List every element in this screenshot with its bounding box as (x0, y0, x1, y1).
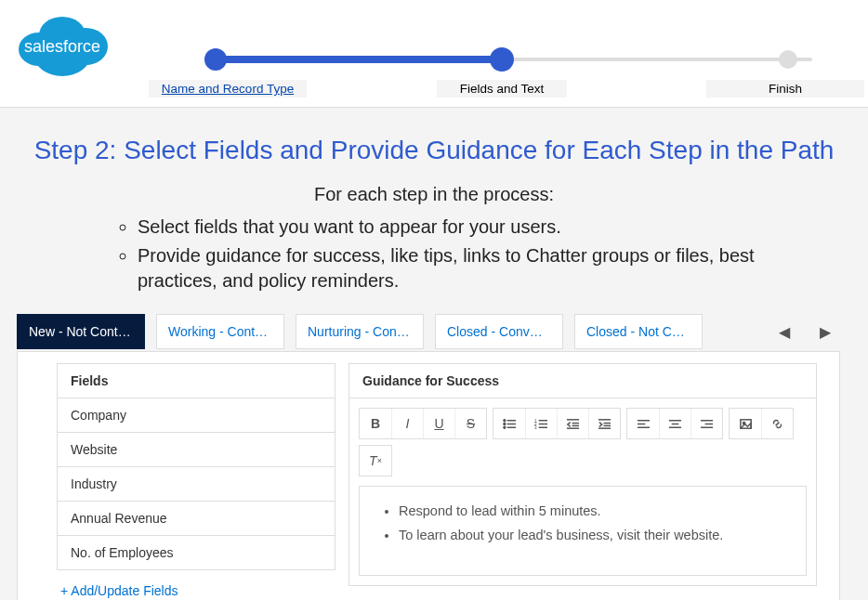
align-right-icon[interactable] (690, 409, 722, 438)
editor-toolbar: B I U S 123 (359, 408, 807, 476)
step-label-2: Fields and Text (437, 80, 567, 98)
step-label-1[interactable]: Name and Record Type (149, 80, 307, 98)
italic-icon[interactable]: I (391, 409, 423, 438)
guidance-header: Guidance for Success (349, 363, 817, 398)
image-icon[interactable] (730, 409, 761, 438)
tabs-prev-icon[interactable]: ◀ (769, 318, 799, 346)
field-item-website[interactable]: Website (57, 433, 335, 467)
list-ul-icon[interactable] (493, 409, 525, 438)
progress-dot-step3 (779, 50, 797, 69)
tabs-next-icon[interactable]: ▶ (810, 318, 840, 346)
strikethrough-icon[interactable]: S (454, 409, 486, 438)
bold-icon[interactable]: B (360, 409, 391, 438)
progress-dot-step1 (204, 48, 227, 71)
instruction-item: Provide guidance for success, like tips,… (138, 243, 823, 293)
underline-icon[interactable]: U (423, 409, 454, 438)
align-left-icon[interactable] (627, 409, 659, 438)
instructions: Select fields that you want to appear fo… (17, 215, 851, 293)
link-icon[interactable] (761, 409, 793, 438)
align-center-icon[interactable] (659, 409, 690, 438)
svg-text:salesforce: salesforce (24, 37, 100, 56)
clear-format-icon[interactable]: T× (360, 446, 391, 476)
page-title: Step 2: Select Fields and Provide Guidan… (17, 136, 851, 165)
indent-icon[interactable] (588, 409, 620, 438)
guidance-bullet: Respond to lead within 5 minutes. (399, 502, 791, 520)
svg-text:3: 3 (534, 425, 537, 430)
tab-closed-not-converted[interactable]: Closed - Not C… (574, 314, 703, 349)
stage-tabs: New - Not Cont… Working - Cont… Nurturin… (17, 314, 840, 349)
fields-header: Fields (57, 363, 335, 398)
outdent-icon[interactable] (557, 409, 588, 438)
field-item-annual-revenue[interactable]: Annual Revenue (57, 502, 335, 536)
svg-point-9 (503, 423, 505, 424)
salesforce-logo: salesforce (11, 7, 113, 84)
svg-point-8 (503, 419, 505, 421)
field-item-company[interactable]: Company (57, 398, 335, 433)
tab-nurturing[interactable]: Nurturing - Con… (296, 314, 424, 349)
instruction-item: Select fields that you want to appear fo… (138, 215, 823, 240)
tab-working-contacted[interactable]: Working - Cont… (156, 314, 284, 349)
field-item-industry[interactable]: Industry (57, 467, 335, 502)
guidance-bullet: To learn about your lead's business, vis… (399, 526, 791, 544)
progress-dot-step2 (490, 47, 514, 72)
step-label-3: Finish (706, 80, 864, 98)
add-update-fields-link[interactable]: + Add/Update Fields (57, 570, 181, 600)
tab-new-not-contacted[interactable]: New - Not Cont… (17, 314, 145, 349)
svg-point-10 (503, 426, 505, 428)
page-subtitle: For each step in the process: (17, 184, 851, 205)
field-item-employees[interactable]: No. of Employees (57, 536, 335, 570)
tab-closed-converted[interactable]: Closed - Conv… (435, 314, 563, 349)
list-ol-icon[interactable]: 123 (525, 409, 557, 438)
guidance-editor[interactable]: Respond to lead within 5 minutes. To lea… (359, 486, 807, 576)
